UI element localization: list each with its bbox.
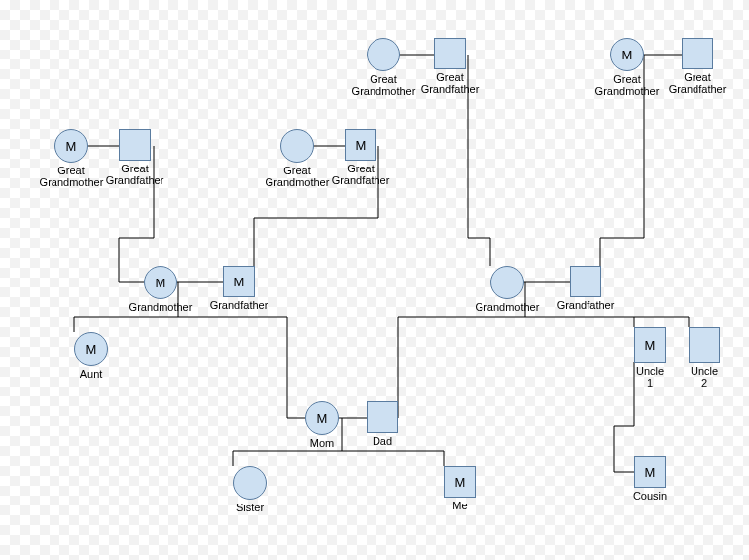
node-ggm4[interactable]: MGreat Grandmother [588,38,667,97]
male-icon: M [444,466,476,498]
node-mom[interactable]: MMom [297,401,347,449]
male-icon [434,38,466,69]
node-label: Cousin [625,490,675,502]
node-label: Aunt [61,368,121,380]
node-ggf3[interactable]: Great Grandfather [410,38,489,95]
node-label: Great Grandmother [588,73,667,97]
node-label: Great Grandfather [321,163,400,186]
female-icon: M [74,332,108,366]
node-gf1[interactable]: MGrandfather [199,266,278,311]
node-label: Great Grandfather [658,71,737,95]
male-icon [367,401,398,433]
node-gm2[interactable]: Grandmother [468,266,547,313]
node-gm1[interactable]: MGrandmother [121,266,200,313]
node-label: Grandfather [199,299,278,311]
node-label: Me [440,500,480,511]
male-icon: M [634,456,666,488]
node-sister[interactable]: Sister [225,466,274,513]
node-uncle2[interactable]: Uncle 2 [685,327,724,389]
genogram-canvas: MGreat GrandmotherGreat GrandfatherGreat… [0,0,749,560]
male-icon: M [223,266,255,297]
node-label: Uncle 2 [685,365,724,389]
female-icon [490,266,524,299]
node-label: Uncle 1 [630,365,670,389]
node-dad[interactable]: Dad [358,401,407,447]
node-label: Grandfather [546,299,625,311]
female-icon: M [144,266,177,299]
male-icon [689,327,720,363]
male-icon [119,129,151,161]
node-gf2[interactable]: Grandfather [546,266,625,311]
node-me[interactable]: MMe [440,466,480,511]
node-ggf4[interactable]: Great Grandfather [658,38,737,95]
female-icon: M [610,38,644,71]
female-icon: M [54,129,88,163]
male-icon [570,266,601,297]
node-label: Grandmother [468,301,547,313]
node-label: Dad [358,435,407,447]
female-icon [280,129,314,163]
node-label: Sister [225,502,274,513]
node-cousin[interactable]: MCousin [625,456,675,502]
node-uncle1[interactable]: MUncle 1 [630,327,670,389]
node-ggf2[interactable]: MGreat Grandfather [321,129,400,186]
node-label: Mom [297,437,347,449]
male-icon: M [634,327,666,363]
node-ggf1[interactable]: Great Grandfather [95,129,174,186]
female-icon: M [305,401,339,435]
node-label: Great Grandfather [95,163,174,186]
female-icon [367,38,400,71]
female-icon [233,466,267,500]
node-aunt[interactable]: MAunt [61,332,121,380]
male-icon [682,38,713,69]
node-label: Great Grandfather [410,71,489,95]
node-label: Grandmother [121,301,200,313]
male-icon: M [345,129,376,161]
